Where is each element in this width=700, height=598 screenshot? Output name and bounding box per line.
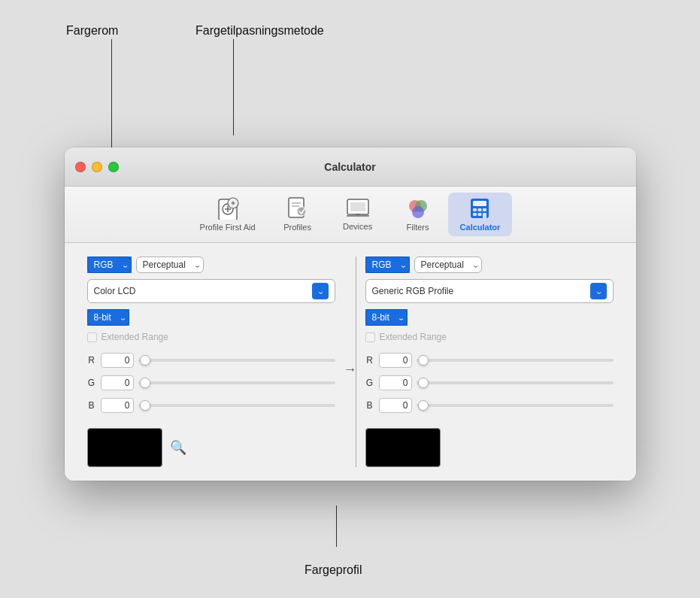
toolbar-label-calculator: Calculator [460,223,501,232]
left-g-label: G [87,378,96,388]
left-extended-range-checkbox[interactable] [87,332,97,342]
right-rendering-intent-wrapper: Perceptual [414,257,482,273]
right-extended-range-row: Extended Range [365,332,614,342]
right-b-row: B [365,398,614,413]
left-r-thumb [140,355,150,366]
toolbar-item-calculator[interactable]: Calculator [448,193,513,236]
right-b-thumb [418,400,429,411]
right-r-label: R [365,355,374,366]
maximize-button[interactable] [108,162,119,172]
left-colorspace-select[interactable]: RGB [87,257,132,273]
toolbar-label-profiles: Profiles [283,223,311,232]
left-g-row: G [87,375,335,390]
left-bit-depth-wrapper: 8-bit [87,309,129,326]
right-r-row: R [365,353,614,368]
left-panel: RGB Perceptual Color LCD 8-bit [80,257,343,467]
svg-rect-19 [473,201,486,206]
toolbar-item-profile-first-aid[interactable]: Profile First Aid [188,193,268,236]
right-extended-range-checkbox[interactable] [365,332,375,342]
left-extended-range-row: Extended Range [87,332,335,342]
left-b-track[interactable] [138,404,335,407]
toolbar-label-filters: Filters [407,223,429,232]
left-rendering-intent-select[interactable]: Perceptual [136,257,204,273]
right-colorspace-wrapper: RGB [365,257,410,273]
right-rendering-intent-select[interactable]: Perceptual [414,257,482,273]
right-g-row: G [365,375,614,390]
toolbar-item-filters[interactable]: Filters [388,193,448,236]
left-g-input[interactable] [101,375,134,390]
toolbar-label-devices: Devices [343,222,372,231]
toolbar: Profile First Aid Profiles [65,187,636,243]
left-b-input[interactable] [101,398,134,413]
right-bit-depth-select[interactable]: 8-bit [365,309,408,326]
left-r-track[interactable] [138,359,335,362]
right-bit-depth-row: 8-bit [365,309,614,326]
profiles-icon [287,197,308,220]
left-bit-depth-row: 8-bit [87,309,335,326]
search-icon[interactable]: 🔍 [170,439,186,456]
devices-icon [346,198,370,219]
left-b-thumb [140,400,150,411]
right-profile-arrow [590,283,607,299]
svg-rect-14 [350,202,365,211]
svg-rect-21 [478,208,482,211]
left-bit-depth-select[interactable]: 8-bit [87,309,129,326]
left-swatch-row: 🔍 [87,428,335,467]
toolbar-item-profiles[interactable]: Profiles [268,193,328,236]
left-rendering-intent-wrapper: Perceptual [136,257,204,273]
right-colorspace-select[interactable]: RGB [365,257,410,273]
right-top-row: RGB Perceptual [365,257,614,273]
calculator-icon [469,197,490,220]
fargerom-annotation: Fargerom [66,24,118,38]
right-b-track[interactable] [417,404,614,407]
left-profile-value: Color LCD [94,286,312,296]
fargeprofil-annotation: Fargeprofil [305,563,362,577]
left-extended-range-label: Extended Range [102,332,168,342]
toolbar-item-devices[interactable]: Devices [328,193,388,235]
window-title: Calculator [324,161,375,173]
main-window: Calculator Profile First Aid [65,147,636,481]
left-b-row: B [87,398,335,413]
left-colorspace-wrapper: RGB [87,257,132,273]
right-panel: RGB Perceptual Generic RGB Profile [358,257,621,467]
left-g-thumb [140,378,150,388]
svg-rect-22 [483,208,486,211]
left-b-label: B [87,400,96,411]
profile-first-aid-icon [217,197,239,220]
close-button[interactable] [75,162,86,172]
left-top-row: RGB Perceptual [87,257,335,273]
svg-rect-24 [478,213,482,216]
svg-rect-23 [473,213,477,216]
fargetilpasningsmetode-annotation: Fargetilpasningsmetode [195,24,324,38]
filters-icon [407,197,429,220]
conversion-arrow: → [344,362,357,378]
right-b-label: B [365,400,374,411]
left-r-input[interactable] [101,353,134,368]
svg-point-8 [297,207,306,216]
right-swatch-row [365,428,614,467]
right-g-track[interactable] [417,381,614,384]
left-color-swatch [87,428,162,467]
left-profile-dropdown[interactable]: Color LCD [87,279,335,303]
left-g-track[interactable] [138,381,335,384]
right-r-track[interactable] [417,359,614,362]
right-g-input[interactable] [379,375,412,390]
right-r-input[interactable] [379,353,412,368]
right-extended-range-label: Extended Range [380,332,447,342]
toolbar-label-profile-first-aid: Profile First Aid [200,223,256,232]
right-color-swatch [365,428,441,467]
right-r-thumb [418,355,429,366]
right-b-input[interactable] [379,398,412,413]
content-area: RGB Perceptual Color LCD 8-bit [65,243,636,481]
left-r-label: R [87,355,96,366]
right-profile-value: Generic RGB Profile [372,286,590,296]
window-controls [75,162,119,172]
right-profile-dropdown[interactable]: Generic RGB Profile [365,279,614,303]
left-profile-arrow [312,283,329,299]
svg-rect-20 [473,208,477,211]
minimize-button[interactable] [92,162,102,172]
svg-point-17 [412,206,424,218]
left-r-row: R [87,353,335,368]
right-bit-depth-wrapper: 8-bit [365,309,408,326]
right-g-thumb [418,378,429,388]
